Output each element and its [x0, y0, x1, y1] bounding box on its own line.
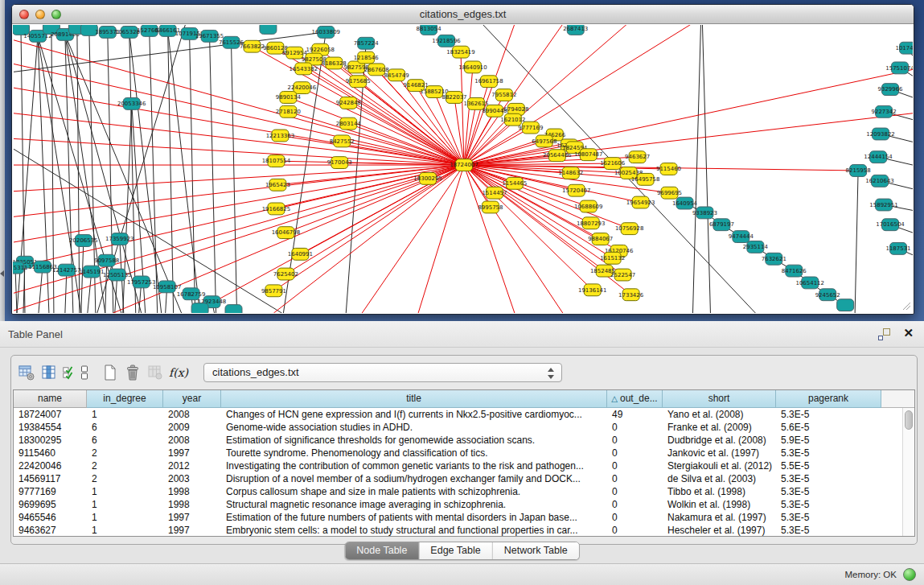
column-header-name[interactable]: name [14, 390, 87, 408]
window-resize-grip[interactable] [903, 303, 910, 310]
graph-edge[interactable] [14, 165, 464, 242]
show-columns-icon[interactable] [39, 363, 59, 382]
graph-edge[interactable] [362, 165, 464, 313]
graph-node[interactable] [191, 303, 208, 313]
tab-edge-table[interactable]: Edge Table [419, 542, 492, 559]
cell-pagerank: 5.3E-5 [776, 498, 881, 511]
graph-edge[interactable] [702, 25, 710, 313]
graph-edge[interactable] [348, 124, 464, 165]
table-vertical-scrollbar[interactable] [902, 408, 914, 536]
window-title: citations_edges.txt [12, 5, 914, 23]
graph-node-label: 1154465 [502, 180, 527, 187]
graph-edge[interactable] [190, 34, 195, 313]
collapse-panel-arrow-icon[interactable] [0, 270, 4, 277]
minimize-window-button[interactable] [35, 10, 45, 19]
graph-node-label: 19166825 [262, 206, 290, 212]
cell-short: de Silva et al. (2003) [663, 472, 776, 485]
graph-node-label: 9146821 [404, 82, 429, 89]
graph-edge[interactable] [14, 88, 464, 165]
network-window-titlebar[interactable]: citations_edges.txt [12, 5, 914, 24]
graph-edge[interactable] [855, 171, 858, 313]
close-panel-icon[interactable]: ✕ [903, 326, 914, 340]
cell-in_degree: 1 [87, 485, 163, 498]
unselect-all-icon[interactable] [78, 363, 91, 382]
table-selector-value: citations_edges.txt [212, 366, 299, 378]
graph-edge[interactable] [288, 112, 464, 165]
table-row[interactable]: 1830029562008Estimation of significance … [14, 434, 902, 447]
table-row[interactable]: 946362711997Embryonic stem cells: a mode… [14, 524, 902, 537]
graph-node[interactable] [225, 305, 242, 313]
graph-node[interactable] [837, 299, 854, 311]
function-builder-icon[interactable]: f(x) [168, 366, 189, 379]
graph-node-label: 6497568 [532, 138, 556, 145]
graph-node-label: 7663822 [240, 43, 265, 50]
table-selector-dropdown[interactable]: citations_edges.txt [203, 363, 562, 382]
graph-edge[interactable] [232, 43, 237, 313]
graph-node-label: 2718120 [276, 109, 301, 115]
graph-edge[interactable] [303, 68, 464, 165]
column-header-year[interactable]: year [163, 390, 221, 408]
tab-network-table[interactable]: Network Table [493, 542, 579, 559]
graph-node-label: 8186328 [322, 60, 347, 67]
graph-node-label: 2522547 [610, 272, 635, 278]
table-row[interactable]: 969969511998Structural magnetic resonanc… [14, 498, 902, 511]
cell-in_degree: 6 [87, 421, 163, 434]
table-row[interactable]: 977716911998Corpus callosum shape and si… [14, 485, 902, 498]
column-header-in_degree[interactable]: in_degree [87, 390, 163, 408]
column-header-short[interactable]: short [663, 390, 776, 408]
cell-name: 19384554 [14, 421, 87, 434]
zoom-window-button[interactable] [51, 10, 61, 19]
graph-node-label: 15720407 [562, 187, 590, 194]
graph-edge[interactable] [14, 165, 464, 192]
float-panel-icon[interactable] [878, 328, 890, 340]
close-window-button[interactable] [19, 10, 29, 19]
cell-short: Wolkin et al. (1998) [663, 498, 776, 511]
tab-node-table[interactable]: Node Table [345, 542, 419, 559]
table-row[interactable]: 946554611997Estimation of the future num… [14, 511, 902, 524]
scrollbar-thumb[interactable] [905, 410, 913, 430]
graph-node[interactable] [260, 25, 277, 34]
memory-status-indicator-icon[interactable] [903, 568, 916, 581]
table-settings-icon[interactable] [17, 363, 36, 382]
cell-name: 9465546 [14, 511, 87, 524]
column-header-title[interactable]: title [221, 390, 607, 408]
graph-node-label: 9170043 [327, 159, 352, 166]
graph-node-label: 9329966 [878, 86, 903, 93]
select-all-icon[interactable] [62, 363, 75, 382]
graph-node-label: 8912954 [282, 50, 308, 56]
cell-name: 9699695 [14, 498, 87, 511]
table-row[interactable]: 2242004622012Investigating the contribut… [14, 459, 902, 472]
table-row[interactable]: 1872400712008Changes of HCN gene express… [14, 408, 902, 421]
graph-edge[interactable] [464, 69, 913, 165]
table-row[interactable]: 911546021997Tourette syndrome. Phenomeno… [14, 447, 902, 459]
graph-node-label: 8215958 [846, 167, 871, 174]
graph-edge[interactable] [210, 36, 216, 313]
graph-edge[interactable] [150, 31, 158, 313]
graph-node-label: 10654112 [795, 280, 823, 286]
cell-pagerank: 5.3E-5 [776, 485, 881, 498]
graph-node-label: 1514457 [482, 190, 507, 196]
table-row[interactable]: 1938455462009Genome-wide association stu… [14, 421, 902, 434]
graph-edge[interactable] [464, 165, 593, 290]
graph-node-label: 8471626 [782, 268, 807, 274]
cell-short: Stergiakouli et al. (2012) [663, 459, 776, 472]
network-canvas[interactable]: 1405571220891406189537110653287152760264… [13, 25, 913, 313]
graph-node-label: 20053346 [117, 101, 146, 107]
graph-edge[interactable] [418, 165, 464, 313]
column-header-pagerank[interactable]: pagerank [776, 390, 881, 408]
cell-out_degree: 0 [607, 459, 663, 472]
table-row[interactable]: 1456911722003Disruption of a novel membe… [14, 472, 902, 485]
graph-edge[interactable] [692, 25, 700, 313]
graph-edge[interactable] [65, 270, 67, 313]
delete-table-icon[interactable] [123, 363, 142, 382]
graph-edge[interactable] [129, 32, 136, 313]
cell-out_degree: 0 [607, 472, 663, 485]
cell-name: 9463627 [14, 524, 87, 537]
new-table-icon[interactable] [101, 363, 120, 382]
graph-edge[interactable] [39, 267, 43, 313]
cell-in_degree: 1 [87, 498, 163, 511]
column-header-out_degree[interactable]: △out_de... [607, 390, 663, 408]
graph-edge[interactable] [15, 268, 17, 313]
cell-year: 1998 [163, 485, 221, 498]
graph-node-label: 7955812 [491, 92, 516, 98]
